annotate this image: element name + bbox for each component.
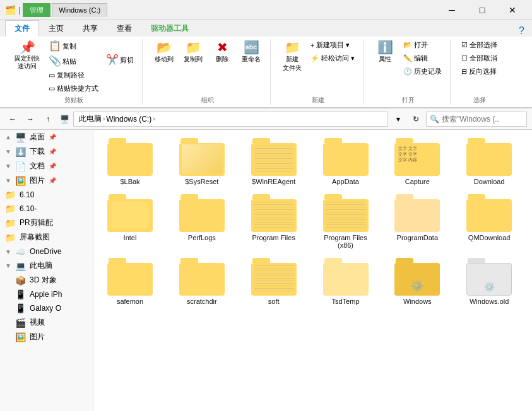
cut-button[interactable]: ✂️ 剪切 <box>103 53 137 67</box>
search-input[interactable] <box>426 112 527 127</box>
sidebar-item-documents[interactable]: ▼ 📄 文档 📌 <box>0 159 93 173</box>
sidebar-item-610[interactable]: 📁 6.10 <box>0 188 93 202</box>
breadcrumb-drive[interactable]: Windows (C:) <box>106 115 151 124</box>
downloads-pin-icon: 📌 <box>49 148 56 155</box>
sidebar-item-pictures[interactable]: ▼ 🖼️ 图片 📌 <box>0 173 93 188</box>
edit-button[interactable]: ✏️ 编辑 <box>400 52 445 64</box>
sidebar-item-apple[interactable]: 📱 Apple iPh <box>0 287 93 301</box>
new-folder-label: 新建文件夹 <box>283 55 302 72</box>
tab-share[interactable]: 共享 <box>73 20 107 37</box>
folder-programfiles[interactable]: Program Files <box>242 191 305 252</box>
sidebar-item-downloads[interactable]: ▼ ⬇️ 下载 📌 <box>0 144 93 159</box>
documents-icon: 📄 <box>15 161 26 171</box>
dropdown-button[interactable]: ▾ <box>391 112 406 127</box>
paste-shortcut-button[interactable]: ▭ 粘贴快捷方式 <box>45 83 102 95</box>
tab-drive-tools[interactable]: 驱动器工具 <box>141 20 198 37</box>
help-icon[interactable]: ? <box>519 25 527 37</box>
folder-programdata-icon <box>394 194 440 232</box>
invert-selection-button[interactable]: ⊟ 反向选择 <box>458 66 500 78</box>
sidebar-item-610minus[interactable]: 📁 6.10- <box>0 202 93 216</box>
sidebar-item-onedrive[interactable]: ▼ ☁️ OneDrive <box>0 245 93 258</box>
sidebar-item-galaxy[interactable]: 📱 Galaxy O <box>0 301 93 315</box>
pin-to-quick-access-button[interactable]: 📌 固定到快速访问 <box>10 39 44 72</box>
copy-icon: 📋 <box>49 41 61 51</box>
folder-windows[interactable]: ⚙️ Windows <box>386 255 449 308</box>
folder-capture[interactable]: 文字 文字文字 文字文字 内容 Capture <box>386 135 449 188</box>
copy-button[interactable]: 📋 复制 <box>45 39 102 53</box>
edit-label: 编辑 <box>414 54 428 63</box>
open-items: ℹ️ 属性 📂 打开 ✏️ 编辑 🕐 历史记录 <box>371 39 445 95</box>
tab-home[interactable]: 主页 <box>39 20 73 37</box>
title-bar: 🗂️ | 管理 Windows (C:) ─ □ ✕ <box>0 0 532 20</box>
folder-winreagent-label: $WinREAgent <box>252 178 295 185</box>
close-button[interactable]: ✕ <box>498 0 527 20</box>
open-label: 打开 <box>414 40 428 50</box>
open-button[interactable]: 📂 打开 <box>400 39 445 51</box>
minimize-button[interactable]: ─ <box>437 0 466 20</box>
properties-button[interactable]: ℹ️ 属性 <box>371 39 399 66</box>
folder-qmdownload[interactable]: QMDownload <box>458 191 521 252</box>
folder-sysreset[interactable]: $SysReset <box>170 135 233 188</box>
maximize-button[interactable]: □ <box>468 0 497 20</box>
folder-lbak[interactable]: $LBak <box>98 135 162 188</box>
paste-button[interactable]: 📎 粘贴 <box>45 54 102 68</box>
sidebar-item-desktop[interactable]: ▲ 🖥️ 桌面 📌 <box>0 130 93 144</box>
folder-intel[interactable]: Intel <box>98 191 162 252</box>
folder-winreagent-icon <box>251 138 297 176</box>
folder-safemon[interactable]: safemon <box>98 255 162 308</box>
folder-screenshot-icon: 📁 <box>5 233 16 243</box>
folder-windows-old[interactable]: ⚙️ Windows.old <box>458 255 521 308</box>
copy-to-button[interactable]: 📁 复制到 <box>179 39 207 66</box>
tab-file[interactable]: 文件 <box>5 20 39 37</box>
folder-soft[interactable]: soft <box>242 255 305 308</box>
delete-icon: ✖ <box>217 41 228 54</box>
new-label: 新建 <box>312 96 324 105</box>
sidebar-item-video[interactable]: 🎬 视频 <box>0 315 93 330</box>
folder-scratchdir[interactable]: scratchdir <box>170 255 233 308</box>
sidebar-item-thispc[interactable]: ▼ 💻 此电脑 <box>0 258 93 273</box>
folder-perflogs[interactable]: PerfLogs <box>170 191 233 252</box>
folder-programfiles-x86[interactable]: Program Files (x86) <box>314 191 377 252</box>
forward-button[interactable]: → <box>23 112 38 127</box>
desktop-pin-icon: 📌 <box>49 134 56 141</box>
new-item-button[interactable]: + 新建项目 ▾ <box>307 39 358 51</box>
folder-intel-label: Intel <box>124 234 137 241</box>
move-to-button[interactable]: 📂 移动到 <box>150 39 178 66</box>
new-folder-button[interactable]: 📁 新建文件夹 <box>278 39 306 74</box>
select-all-button[interactable]: ☑ 全部选择 <box>458 39 500 51</box>
folder-appdata-icon <box>323 138 369 176</box>
folder-programdata[interactable]: ProgramData <box>386 191 449 252</box>
delete-button[interactable]: ✖ 删除 <box>208 39 236 66</box>
organize-label: 组织 <box>201 96 214 105</box>
history-button[interactable]: 🕐 历史记录 <box>400 66 445 78</box>
tab-manage[interactable]: 管理 <box>23 3 50 17</box>
group-open: ℹ️ 属性 📂 打开 ✏️ 编辑 🕐 历史记录 <box>366 39 451 105</box>
folder-download[interactable]: Download <box>458 135 521 188</box>
sidebar-item-pictures2[interactable]: 🖼️ 图片 <box>0 330 93 344</box>
back-button[interactable]: ← <box>5 112 20 127</box>
onedrive-icon: ☁️ <box>15 246 26 257</box>
sidebar-item-3d[interactable]: 📦 3D 对象 <box>0 273 93 287</box>
refresh-button[interactable]: ↻ <box>408 112 423 127</box>
folder-winreagent[interactable]: $WinREAgent <box>242 135 305 188</box>
cut-icon: ✂️ <box>106 55 119 65</box>
folder-appdata-label: AppData <box>332 178 359 185</box>
sidebar-item-screenshot[interactable]: 📁 屏幕截图 <box>0 230 93 245</box>
folder-610-icon: 📁 <box>5 190 16 200</box>
breadcrumb-computer[interactable]: 此电脑 <box>79 113 102 124</box>
sidebar-item-pr[interactable]: 📁 PR剪辑配 <box>0 216 93 230</box>
copy-path-button[interactable]: ▭ 复制路径 <box>45 69 102 81</box>
video-icon: 🎬 <box>15 318 26 328</box>
pin-icon: 📌 <box>20 41 35 54</box>
breadcrumb: 此电脑 › Windows (C:) › <box>79 113 155 124</box>
rename-button[interactable]: 🔤 重命名 <box>237 39 265 66</box>
folder-appdata[interactable]: AppData <box>314 135 377 188</box>
folder-tsdtemp[interactable]: TsdTemp <box>314 255 377 308</box>
copy-to-icon: 📁 <box>186 41 201 54</box>
deselect-all-button[interactable]: ☐ 全部取消 <box>458 52 500 64</box>
cut-label: 剪切 <box>120 55 134 65</box>
address-input[interactable]: 此电脑 › Windows (C:) › <box>73 112 388 127</box>
easy-access-button[interactable]: ⚡ 轻松访问 ▾ <box>307 52 358 64</box>
tab-view[interactable]: 查看 <box>107 20 141 37</box>
up-button[interactable]: ↑ <box>40 112 56 127</box>
